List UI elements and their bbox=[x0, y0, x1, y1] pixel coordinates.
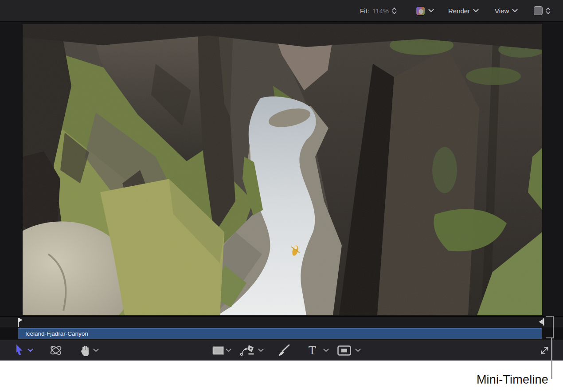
view-dropdown[interactable]: View bbox=[495, 0, 518, 21]
range-end-marker-icon[interactable] bbox=[538, 318, 546, 326]
image-mask-icon bbox=[337, 345, 351, 356]
chevron-down-icon bbox=[355, 349, 361, 352]
render-label: Render bbox=[448, 7, 470, 15]
text-tool-dropdown[interactable] bbox=[323, 340, 329, 361]
chevron-down-icon bbox=[93, 349, 99, 352]
window-layout-control[interactable] bbox=[534, 0, 551, 21]
tools-toolbar: T bbox=[0, 340, 563, 361]
rectangle-tool[interactable] bbox=[212, 340, 224, 361]
render-dropdown[interactable]: Render bbox=[448, 0, 479, 21]
pan-tool[interactable] bbox=[79, 340, 91, 361]
chevron-down-icon bbox=[473, 9, 479, 12]
text-tool-icon: T bbox=[309, 345, 316, 356]
window-layout-icon bbox=[534, 6, 543, 15]
zoom-level-control[interactable]: Fit: 114% bbox=[360, 0, 397, 21]
bezier-pen-icon bbox=[240, 344, 257, 357]
motion-canvas-window: Fit: 114% Render View bbox=[0, 0, 563, 361]
zoom-stepper-icon[interactable] bbox=[392, 7, 397, 15]
mini-timeline-track: Iceland-Fjadrar-Canyon bbox=[0, 328, 563, 339]
paint-stroke-tool[interactable] bbox=[277, 340, 291, 361]
mini-timeline-ruler[interactable] bbox=[0, 316, 563, 327]
pan-hand-icon bbox=[79, 345, 91, 357]
view-label: View bbox=[495, 7, 509, 15]
select-tool[interactable] bbox=[15, 340, 24, 361]
zoom-fit-label: Fit: bbox=[360, 7, 369, 15]
rectangle-shape-icon bbox=[212, 346, 224, 355]
3d-transform-orbit-icon bbox=[49, 344, 63, 357]
mini-timeline-clip[interactable]: Iceland-Fjadrar-Canyon bbox=[18, 328, 542, 339]
callout-bracket bbox=[546, 316, 554, 338]
text-tool[interactable]: T bbox=[309, 340, 316, 361]
callout-label: Mini-Timeline bbox=[477, 373, 548, 387]
color-channels-icon bbox=[416, 6, 425, 16]
paint-brush-icon bbox=[277, 344, 291, 357]
3d-transform-tool[interactable] bbox=[49, 340, 63, 361]
layout-stepper-icon bbox=[546, 7, 551, 15]
chevron-down-icon bbox=[428, 9, 434, 12]
bezier-tool[interactable] bbox=[240, 340, 257, 361]
canvas-image-iceland-canyon bbox=[23, 24, 542, 315]
chevron-down-icon bbox=[258, 349, 264, 352]
select-tool-dropdown[interactable] bbox=[27, 340, 33, 361]
zoom-percent-value: 114% bbox=[372, 7, 389, 15]
chevron-down-icon bbox=[323, 349, 329, 352]
bezier-tool-dropdown[interactable] bbox=[258, 340, 264, 361]
rectangle-tool-dropdown[interactable] bbox=[226, 340, 231, 361]
clip-label: Iceland-Fjadrar-Canyon bbox=[25, 330, 88, 337]
pan-tool-dropdown[interactable] bbox=[93, 340, 99, 361]
callout-line bbox=[551, 338, 552, 379]
expand-timeline-button[interactable] bbox=[539, 340, 550, 361]
expand-diagonal-icon bbox=[539, 345, 550, 356]
canvas-toolbar: Fit: 114% Render View bbox=[0, 0, 563, 22]
channels-dropdown[interactable] bbox=[416, 0, 434, 21]
mask-tool-dropdown[interactable] bbox=[355, 340, 361, 361]
select-arrow-icon bbox=[15, 344, 24, 357]
chevron-down-icon bbox=[27, 349, 33, 352]
mask-tool[interactable] bbox=[337, 340, 351, 361]
chevron-down-icon bbox=[226, 349, 231, 352]
playhead-icon[interactable] bbox=[16, 318, 23, 328]
chevron-down-icon bbox=[512, 9, 518, 12]
canvas-area[interactable] bbox=[0, 22, 563, 316]
